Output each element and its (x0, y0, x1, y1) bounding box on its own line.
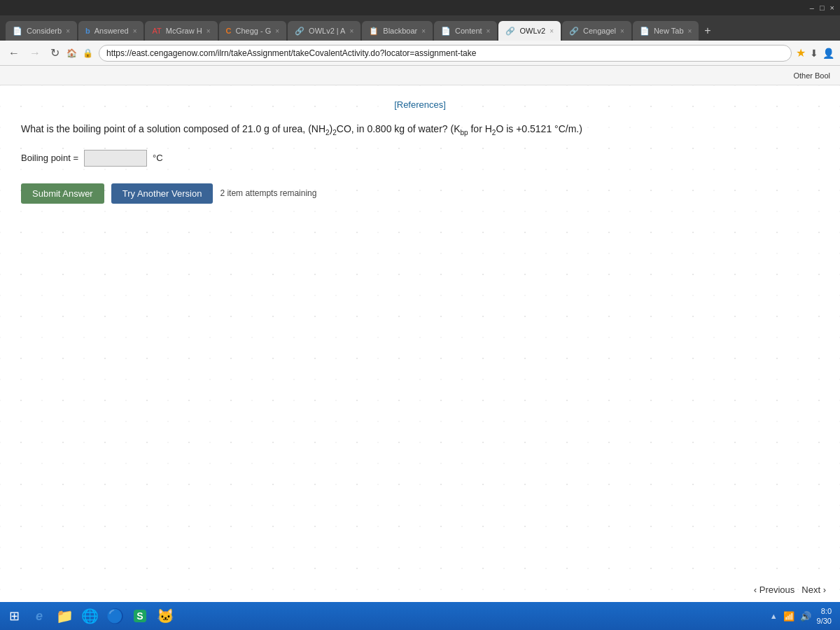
tab-icon: AT (152, 27, 161, 35)
bookmark-star-icon[interactable]: ★ (796, 46, 806, 59)
cat-icon: 🐱 (157, 608, 174, 624)
tab-label: OWLv2 | A (309, 27, 345, 35)
tab-close-icon[interactable]: × (486, 27, 491, 35)
tab-content[interactable]: 📄 Content × (434, 21, 497, 41)
tab-chegg[interactable]: C Chegg - G × (219, 21, 287, 41)
home-icon: 🏠 (66, 48, 77, 58)
try-another-version-button[interactable]: Try Another Version (111, 183, 214, 204)
address-input[interactable] (99, 45, 792, 62)
content-area: [References] What is the boiling point o… (0, 85, 840, 630)
lock-icon: 🔒 (81, 48, 94, 58)
tab-owlv2-a[interactable]: 🔗 OWLv2 | A × (288, 21, 360, 41)
tab-icon: 📋 (369, 27, 379, 36)
s-icon: S (134, 610, 146, 622)
boiling-point-unit: °C (153, 153, 163, 163)
tab-icon: b (85, 27, 90, 35)
tab-icon: 📄 (441, 27, 451, 36)
tab-answered[interactable]: b Answered × (78, 21, 144, 41)
chrome-icon: 🌐 (81, 608, 99, 624)
tab-icon: 🔗 (295, 27, 304, 36)
minimize-button[interactable]: – (810, 4, 814, 12)
address-bar: ← → ↻ 🏠 🔒 ★ ⬇ 👤 (0, 41, 840, 66)
address-right-icons: ★ ⬇ 👤 (796, 46, 834, 59)
windows-icon: ⊞ (9, 608, 20, 624)
next-button[interactable]: Next › (802, 584, 826, 595)
tab-close-icon[interactable]: × (66, 27, 70, 35)
tab-icon: 📄 (640, 27, 650, 36)
close-button[interactable]: × (830, 4, 834, 12)
tab-label: OWLv2 (519, 27, 545, 35)
tab-icon: 📄 (13, 27, 22, 36)
submit-answer-button[interactable]: Submit Answer (21, 183, 104, 204)
title-bar: – □ × (0, 0, 840, 15)
taskbar: ⊞ e 📁 🌐 🔵 S 🐱 ▲ 📶 🔊 8:0 9/30 (0, 602, 840, 630)
new-tab-button[interactable]: + (700, 21, 715, 41)
tab-mcgraw[interactable]: AT McGraw H × (145, 21, 217, 41)
tab-blackboard[interactable]: 📋 Blackboar × (362, 21, 433, 41)
tab-cengage[interactable]: 🔗 Cengagel × (562, 21, 631, 41)
up-arrow-icon[interactable]: ▲ (770, 612, 778, 620)
bookmarks-bar: Other Bool (0, 66, 840, 85)
tab-label: Cengagel (583, 27, 616, 35)
tab-label: Answered (94, 27, 129, 35)
question-text: What is the boiling point of a solution … (21, 121, 819, 139)
profile-icon[interactable]: 👤 (822, 48, 834, 59)
taskbar-right: ▲ 📶 🔊 8:0 9/30 (770, 606, 837, 626)
tab-bar: 📄 Considerb × b Answered × AT McGraw H ×… (0, 15, 840, 41)
taskbar-start-icon[interactable]: ⊞ (3, 605, 25, 627)
tab-close-icon[interactable]: × (620, 27, 624, 35)
taskbar-files-icon[interactable]: 📁 (53, 605, 76, 627)
references-link[interactable]: [References] (394, 99, 446, 110)
tab-icon: 🔗 (569, 27, 579, 36)
tab-close-icon[interactable]: × (275, 27, 279, 35)
taskbar-date-display: 9/30 (817, 616, 832, 626)
tab-close-icon[interactable]: × (421, 27, 426, 35)
previous-button[interactable]: ‹ Previous (754, 584, 795, 595)
reload-button[interactable]: ↻ (48, 45, 62, 61)
taskbar-cat-icon[interactable]: 🐱 (154, 605, 176, 627)
tab-label: Chegg - G (235, 27, 271, 35)
bottom-nav: ‹ Previous Next › (754, 584, 826, 595)
tab-close-icon[interactable]: × (550, 27, 554, 35)
tab-label: Content (455, 27, 482, 35)
back-button[interactable]: ← (6, 46, 22, 61)
network-icon: 📶 (783, 611, 794, 622)
tab-new-tab[interactable]: 📄 New Tab × (633, 21, 699, 41)
taskbar-ie-icon[interactable]: e (28, 605, 50, 627)
taskbar-s-icon[interactable]: S (129, 605, 151, 627)
other-bookmarks[interactable]: Other Bool (789, 70, 834, 81)
tab-label: Blackboar (383, 27, 417, 35)
tab-label: New Tab (654, 27, 684, 35)
boiling-point-label: Boiling point = (21, 153, 78, 163)
page-content: [References] What is the boiling point o… (0, 85, 840, 630)
window-controls: – □ × (810, 4, 834, 12)
tab-close-icon[interactable]: × (133, 27, 137, 35)
maximize-button[interactable]: □ (820, 4, 825, 12)
tab-label: Considerb (27, 27, 62, 35)
references-section: [References] (21, 99, 819, 110)
tab-close-icon[interactable]: × (349, 27, 354, 35)
ie-icon: e (36, 609, 43, 624)
tab-considerb[interactable]: 📄 Considerb × (6, 21, 77, 41)
boiling-point-input[interactable] (84, 150, 147, 167)
tab-owlv2-active[interactable]: 🔗 OWLv2 × (498, 21, 561, 41)
download-icon[interactable]: ⬇ (810, 48, 818, 59)
taskbar-time-display: 8:0 (817, 606, 832, 616)
forward-button[interactable]: → (27, 46, 43, 61)
tab-close-icon[interactable]: × (206, 27, 211, 35)
attempts-remaining-text: 2 item attempts remaining (220, 188, 316, 198)
folder-icon: 📁 (56, 608, 74, 624)
taskbar-clock: 8:0 9/30 (817, 606, 832, 626)
taskbar-chrome-icon[interactable]: 🌐 (78, 605, 101, 627)
chrome2-icon: 🔵 (106, 608, 124, 624)
tab-icon: C (226, 27, 232, 35)
boiling-point-row: Boiling point = °C (21, 150, 819, 167)
tab-close-icon[interactable]: × (688, 27, 692, 35)
browser-window: – □ × 📄 Considerb × b Answered × AT McGr… (0, 0, 840, 630)
buttons-row: Submit Answer Try Another Version 2 item… (21, 183, 819, 204)
volume-icon: 🔊 (800, 611, 811, 622)
taskbar-chrome2-icon[interactable]: 🔵 (104, 605, 126, 627)
tab-icon: 🔗 (505, 27, 515, 36)
tab-label: McGraw H (166, 27, 202, 35)
